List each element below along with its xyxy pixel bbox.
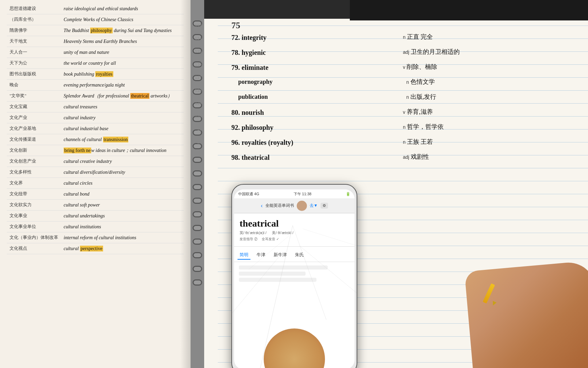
phone-carrier: 中国联通 4G [238,191,259,197]
nb-chinese-royalties: n王族 王若 [396,138,568,146]
highlight-royalties: royalties [95,71,113,77]
chinese-term: 图书出版版税 [7,69,61,80]
phone-app-header: ‹ 全能英语单词书 去▼ ⚙ [234,198,355,213]
nb-word-royalties: 96. royalties (royalty) [231,138,396,147]
english-translation: channels of cultural transmission [61,134,184,145]
english-translation: cultural creative industry [61,156,184,167]
chinese-term: 文化多样性 [7,167,61,178]
english-translation: cultural soft power [61,200,184,211]
chinese-term: 隋唐佛学 [7,25,61,36]
spiral-ring [193,266,202,272]
notebook-entry-philosophy: 92. philosophy n哲学，哲学依 [218,123,568,136]
table-row: 文化事业单位 cultural institutions [7,221,184,232]
phone-full-ear[interactable]: 全耳发音 ✓ [262,237,279,242]
notebook-entry-eliminate: 79. eliminate v削除、楠除 [218,63,568,76]
phone-battery: 🔋 [346,192,350,196]
tab-xin-niujin[interactable]: 新牛津 [272,251,289,260]
table-row: 文化宝藏 cultural treasures [7,102,184,112]
line-numbers: 113. 114. 115. 116. 117. 118. 119. 120. … [191,19,204,162]
chinese-term: 思想道德建设 [7,3,61,14]
right-side: 113. 114. 115. 116. 117. 118. 119. 120. … [191,0,588,368]
table-row: 文化产业基地 cultural industrial base [7,123,184,134]
phone-content-placeholder-2 [239,272,306,276]
english-translation: cultural institutions [61,221,184,232]
book-table: 思想道德建设 raise ideological and ethical sta… [7,3,184,254]
table-row: 文化事业 cultural undertakings [7,211,184,221]
nb-word-pornography: pornography [238,78,399,86]
phone-audio-guide[interactable]: 发音指导 ② [240,237,258,242]
table-row: "文华奖" Splendor Award（for professional th… [7,91,184,102]
notebook-entry-theatrical: 98. theatrical adj戏剧性 [218,153,568,166]
english-translation: cultural undertakings [61,211,184,221]
chinese-term: 文化（事业内）体制改革 [7,232,61,243]
phone-tabs: 简明 牛津 新牛津 朱氏 [234,249,355,262]
nb-chinese-integrity: n正直 完全 [396,33,568,41]
nb-word-nourish: 80. nourish [231,108,396,117]
book-shadow [180,0,191,368]
chinese-term: 文化宝藏 [7,102,61,112]
pencil-tip [491,301,496,306]
nb-word-eliminate: 79. eliminate [231,63,396,72]
nb-chinese-theatrical: adj戏剧性 [396,153,568,161]
table-row: 文化视点 cultural perspective [7,243,184,254]
chinese-term: 文化软实力 [7,200,61,211]
table-row: 文化多样性 cultural diversification/diversity [7,167,184,178]
hand-container [452,249,588,368]
phone-word-section: theatrical 英/ θɪˈætrɪk(ə)l / 美/ θiˈætrɪk… [234,213,355,244]
table-row: 文化创新 bring forth new ideas in culture；cu… [7,145,184,156]
chinese-term: 天人合一 [7,47,61,58]
table-row: 思想道德建设 raise ideological and ethical sta… [7,3,184,14]
nb-word-theatrical: 98. theatrical [231,153,396,162]
notebook-entry-royalties: 96. royalties (royalty) n王族 王若 [218,138,568,151]
highlight-theatrical: theatrical [130,93,149,99]
book-page: 思想道德建设 raise ideological and ethical sta… [0,0,191,368]
table-row: 天干地支 Heavenly Stems and Earthly Branches [7,36,184,47]
notebook-entry-publication: publication n出版,发行 [218,93,568,106]
highlight-perspective: perspective [80,246,103,251]
table-row: 图书出版版税 book publishing royalties [7,69,184,80]
phone-time: 下午 11:38 [294,191,312,197]
table-row: 文化纽带 cultural bond [7,189,184,200]
table-row: 文化产业 cultural industry [7,112,184,123]
table-row: （四库全书） Complete Works of Chinese Classic… [7,14,184,25]
phone-translate-btn[interactable]: 去▼ [310,203,318,209]
chinese-term: 文化纽带 [7,189,61,200]
spiral-ring [193,252,202,258]
tab-niujin[interactable]: 牛津 [255,251,267,260]
spiral-ring [193,184,202,190]
tab-zhushi[interactable]: 朱氏 [293,251,306,260]
spiral-ring [193,279,202,286]
table-row: 文化创意产业 cultural creative industry [7,156,184,167]
table-row: 文化界 cultural circles [7,178,184,189]
notebook-entry-nourish: 80. nourish v养育,滋养 [218,108,568,121]
english-translation: Splendor Award（for professional theatric… [61,91,184,102]
phone-app-title: 全能英语单词书 [265,203,294,209]
nb-chinese-eliminate: v削除、楠除 [396,63,568,71]
phone-audio-hints: 发音指导 ② 全耳发音 ✓ [240,237,349,242]
english-translation: the world or country for all [61,58,184,69]
spiral-ring [193,239,202,245]
phone-user-avatar [297,201,307,211]
highlight-transmission: transmission [103,137,129,142]
chinese-term: 文化传播渠道 [7,134,61,145]
chinese-term: 文化产业 [7,112,61,123]
phone-back-icon[interactable]: ‹ [261,203,262,209]
nb-chinese-pornography: n色情文学 [399,78,568,86]
phone-divider [234,246,355,247]
phone-settings-btn[interactable]: ⚙ [321,203,328,209]
phone-pronunciation: 英/ θɪˈætrɪk(ə)l / 美/ θiˈætrɪkl / [240,230,349,235]
phone-finger-overlay [264,328,325,368]
nb-chinese-hygienic: adj卫生的月卫相适的 [396,48,568,56]
english-translation: Heavenly Stems and Earthly Branches [61,36,184,47]
tab-jianming[interactable]: 简明 [238,251,250,260]
english-translation: raise ideological and ethical standards [61,3,184,14]
phone-pron-uk: 英/ θɪˈætrɪk(ə)l / [240,230,266,235]
pencil-body [483,283,495,303]
chinese-term: 文化事业单位 [7,221,61,232]
chinese-term: （四库全书） [7,14,61,25]
chinese-term: 文化事业 [7,211,61,221]
notebook-content: 75 72. integrity n正直 完全 78. hygienic adj… [218,20,568,168]
chinese-term: 文化创新 [7,145,61,156]
phone-content-placeholder-3 [239,278,316,282]
phone-screen: 中国联通 4G 下午 11:38 🔋 ‹ 全能英语单词书 去▼ ⚙ theatr… [234,189,355,368]
